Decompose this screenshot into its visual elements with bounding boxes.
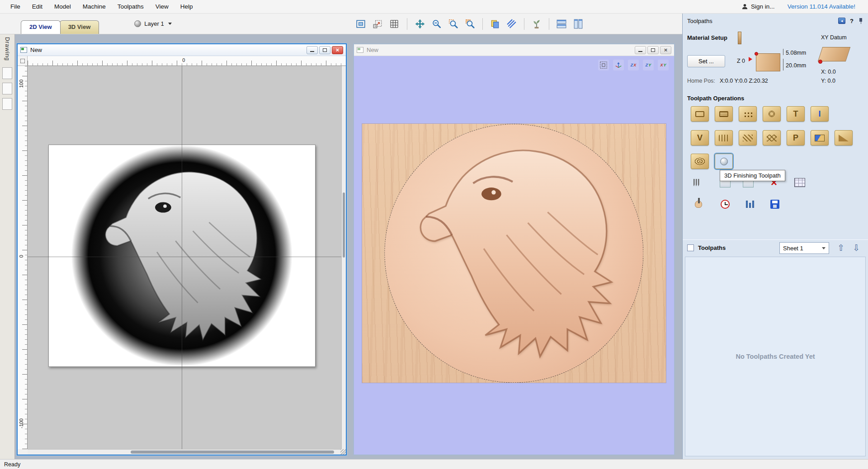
scrollbar-thumb[interactable] <box>343 192 345 258</box>
sheet-select-value: Sheet 1 <box>783 245 803 252</box>
zoom-to-fit-3d-icon[interactable] <box>598 60 609 70</box>
pin-panel-icon[interactable] <box>858 18 863 24</box>
texture-toolpath-icon[interactable]: T <box>787 106 805 122</box>
tab-2d-view[interactable]: 2D View <box>21 20 61 34</box>
pan-view-icon[interactable] <box>414 18 426 30</box>
material-set-button[interactable]: Set ... <box>687 55 725 67</box>
drawing-tool-slot[interactable] <box>2 67 12 79</box>
pocket-toolpath-icon[interactable] <box>715 106 733 122</box>
home-pos-value: X:0.0 Y:0.0 Z:20.32 <box>720 78 768 84</box>
z-zero-arrow-icon <box>749 57 752 61</box>
tile-windows-vertical-icon[interactable] <box>572 18 585 30</box>
datum-y-value: Y: 0.0 <box>821 78 835 84</box>
zoom-to-selection-icon[interactable] <box>464 18 476 30</box>
status-text: Ready <box>4 461 20 468</box>
3d-finishing-toolpath-icon[interactable] <box>715 154 733 169</box>
window-2d-title: New <box>30 47 42 53</box>
zoom-interactive-icon[interactable] <box>430 18 443 30</box>
material-setup-title: Material Setup <box>687 34 727 41</box>
menu-file[interactable]: File <box>5 0 26 14</box>
sheet-select[interactable]: Sheet 1 <box>779 242 829 254</box>
view-along-x-icon[interactable]: ZY <box>643 60 654 70</box>
fluting-toolpath-icon[interactable] <box>715 130 733 145</box>
weave-toolpath-icon[interactable] <box>763 130 781 145</box>
mdi-area: New × 0 <box>15 34 682 459</box>
origin-axis-vertical <box>182 66 182 449</box>
3d-roughing-toolpath-icon[interactable] <box>691 154 709 169</box>
set-drawing-scale-icon[interactable] <box>371 18 384 30</box>
scrollbar-thumb[interactable] <box>131 450 334 454</box>
chamfer-toolpath-icon[interactable] <box>835 130 853 145</box>
toolpath-list-title: Toolpaths <box>698 244 726 251</box>
version-link[interactable]: Version 11.014 Available! <box>788 3 855 10</box>
view-3d-content[interactable]: ZX ZY XY <box>354 56 674 455</box>
tab-3d-view[interactable]: 3D View <box>60 20 99 34</box>
drawing-tool-slot[interactable] <box>2 98 12 110</box>
scrollbar-horizontal[interactable] <box>28 449 340 455</box>
inlay-toolpath-icon[interactable]: I <box>811 106 829 122</box>
window-2d-titlebar[interactable]: New × <box>18 44 346 56</box>
preview-component-icon[interactable] <box>530 18 543 30</box>
canvas-2d[interactable] <box>28 66 346 449</box>
close-button[interactable]: × <box>332 46 343 54</box>
minimize-button[interactable] <box>635 46 646 54</box>
drawing-tool-slot[interactable] <box>2 83 12 94</box>
prism-carving-toolpath-icon[interactable]: P <box>787 130 805 145</box>
toolpath-drawing-toggle-icon[interactable] <box>505 18 518 30</box>
layer-selector[interactable]: Layer 1 <box>134 20 171 27</box>
zoom-tools-group <box>351 18 480 30</box>
snap-grid-icon[interactable] <box>388 18 401 30</box>
drill-bank-icon[interactable] <box>689 176 704 189</box>
window-3d-titlebar[interactable]: New × <box>354 44 674 56</box>
drilling-toolpath-icon[interactable] <box>739 106 757 122</box>
document-icon <box>20 47 27 53</box>
ruler-label-neg-100: -100 <box>19 418 24 428</box>
vcarve-toolpath-icon[interactable]: V <box>691 130 709 145</box>
maximize-button[interactable] <box>647 46 659 54</box>
menu-model[interactable]: Model <box>48 0 77 14</box>
zoom-to-drawing-icon[interactable] <box>354 18 367 30</box>
save-toolpaths-icon[interactable] <box>767 197 783 211</box>
texturing-toolpath-icon[interactable] <box>739 130 757 145</box>
moulding-toolpath-icon[interactable] <box>811 130 829 145</box>
menu-machine[interactable]: Machine <box>77 0 112 14</box>
toggle-2d-3d-icon[interactable] <box>489 18 501 30</box>
quick-engrave-toolpath-icon[interactable] <box>763 106 781 122</box>
view-along-y-icon[interactable]: XY <box>658 60 669 70</box>
maximize-button[interactable] <box>319 46 330 54</box>
view-along-z-icon[interactable]: ZX <box>628 60 639 70</box>
estimate-machining-time-icon[interactable] <box>717 197 733 211</box>
drawing-flyout-tab[interactable]: Drawing <box>0 34 15 459</box>
move-toolpath-up-button[interactable]: ⇧ <box>835 241 847 254</box>
isometric-view-icon[interactable] <box>613 60 624 70</box>
carved-disc-3d[interactable] <box>384 124 643 383</box>
tile-windows-horizontal-icon[interactable] <box>555 18 568 30</box>
xy-datum-dot-icon <box>818 60 822 64</box>
sign-in-button[interactable]: Sign in... <box>741 3 775 10</box>
menu-bar: File Edit Model Machine Toolpaths View H… <box>0 0 868 14</box>
toolpath-list[interactable]: No Toolpaths Created Yet <box>685 257 866 456</box>
tooltip: 3D Finishing Toolpath <box>720 170 785 181</box>
auto-hide-panel-icon[interactable]: ◂ <box>838 18 845 24</box>
ruler-corner[interactable] <box>18 56 28 66</box>
merge-toolpaths-icon[interactable] <box>742 197 758 211</box>
menu-edit[interactable]: Edit <box>26 0 48 14</box>
resize-grip[interactable] <box>340 449 346 455</box>
move-toolpath-down-button[interactable]: ⇩ <box>850 241 863 254</box>
zoom-box-icon[interactable] <box>447 18 460 30</box>
menu-toolpaths[interactable]: Toolpaths <box>112 0 150 14</box>
menu-help[interactable]: Help <box>175 0 199 14</box>
toolbar-separator <box>549 18 549 30</box>
preview-toolpaths-icon[interactable] <box>691 197 706 211</box>
toolpaths-visibility-checkbox[interactable] <box>687 244 694 251</box>
help-icon[interactable]: ? <box>850 18 854 24</box>
scrollbar-vertical[interactable] <box>341 66 346 449</box>
menu-view[interactable]: View <box>150 0 175 14</box>
toolpath-summary-icon[interactable] <box>792 176 807 189</box>
layer-icon <box>134 20 141 27</box>
ruler-label-zero-y: 0 <box>19 255 24 258</box>
minimize-button[interactable] <box>307 46 318 54</box>
application-window: File Edit Model Machine Toolpaths View H… <box>0 0 868 469</box>
profile-toolpath-icon[interactable] <box>691 106 709 122</box>
close-button[interactable]: × <box>660 46 671 54</box>
